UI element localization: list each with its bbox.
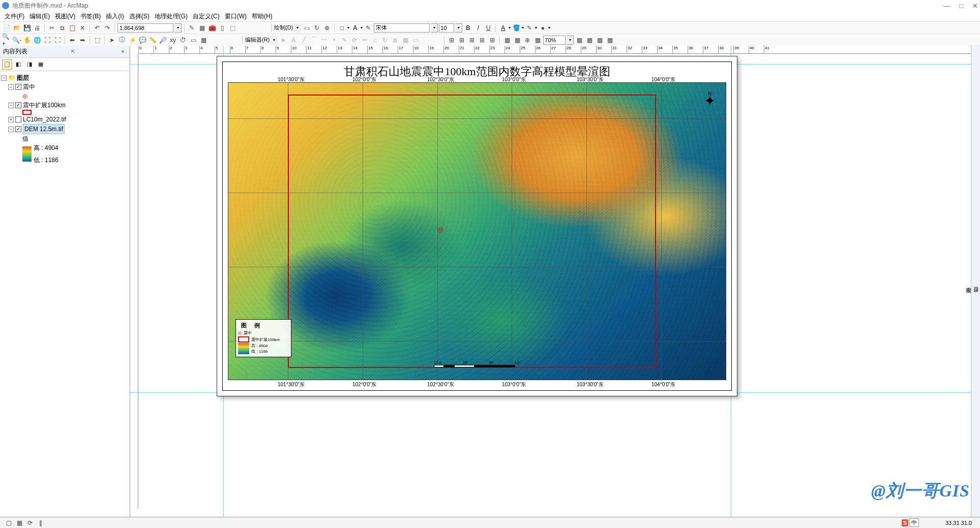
layer-symbol-epicenter[interactable]: ◎ bbox=[1, 91, 129, 101]
find-button[interactable]: 🔎 bbox=[158, 36, 167, 45]
reshape-tool[interactable]: ⟳ bbox=[350, 36, 359, 45]
north-arrow[interactable]: N ✦ bbox=[704, 90, 716, 105]
scale-bar[interactable]: 12.5 25 50 km bbox=[434, 360, 520, 369]
underline-button[interactable]: U bbox=[484, 23, 493, 33]
undo-button[interactable]: ↶ bbox=[93, 23, 102, 33]
hyperlink-button[interactable]: ⚡ bbox=[128, 36, 137, 45]
editor-menu-label[interactable]: 编辑器(R) bbox=[245, 36, 270, 44]
line-color-button[interactable]: ✎ bbox=[525, 23, 534, 33]
modelbuilder-icon[interactable]: ⬚ bbox=[228, 23, 237, 33]
zoom-out-button[interactable]: 🔍- bbox=[12, 36, 21, 45]
html-popup-button[interactable]: 💬 bbox=[138, 36, 147, 45]
italic-button[interactable]: I bbox=[473, 23, 483, 33]
time-slider-button[interactable]: ⏱ bbox=[179, 36, 188, 45]
expand-icon[interactable]: − bbox=[1, 75, 7, 81]
attributes-button[interactable]: ≣ bbox=[391, 36, 400, 45]
toc-pin[interactable]: ⇱ bbox=[71, 49, 75, 54]
font-size-input[interactable] bbox=[439, 23, 454, 33]
split-tool[interactable]: ⎌ bbox=[370, 36, 379, 45]
right-dock[interactable]: 目录 搜索 bbox=[971, 45, 980, 517]
scale-input[interactable] bbox=[117, 23, 173, 33]
redo-button[interactable]: ↷ bbox=[103, 23, 112, 33]
maximize-button[interactable]: □ bbox=[959, 2, 963, 10]
trace-tool[interactable]: 〰 bbox=[319, 36, 329, 45]
copy-button[interactable]: ⧉ bbox=[57, 23, 67, 33]
layer-row-dem[interactable]: − ✓ DEM 12.5m.tif bbox=[1, 124, 129, 134]
layout-zoom-in[interactable]: ▦ bbox=[502, 36, 512, 45]
pan-button[interactable]: ✋ bbox=[22, 36, 32, 45]
refresh-button[interactable]: ⟳ bbox=[25, 518, 35, 527]
layout-zoom-input[interactable] bbox=[543, 36, 566, 45]
layer-checkbox[interactable]: ✓ bbox=[15, 126, 21, 132]
save-button[interactable]: 💾 bbox=[22, 23, 32, 33]
editor-toolbar-icon[interactable]: ✎ bbox=[187, 23, 196, 33]
layer-symbol-extent[interactable] bbox=[1, 110, 129, 115]
map-body[interactable]: ◎ N ✦ 图 例 ◎震中 震中扩展100km 高 : 4904 bbox=[228, 82, 726, 380]
layer-row-epicenter[interactable]: − ✓ 震中 bbox=[1, 82, 129, 91]
layout-view-button[interactable]: ▦ bbox=[15, 518, 24, 527]
menu-select[interactable]: 选择(S) bbox=[128, 12, 151, 21]
font-color-button[interactable]: A bbox=[498, 23, 508, 33]
toc-root-row[interactable]: − 📁 图层 bbox=[1, 73, 129, 82]
layout-zoom-dropdown[interactable]: ▾ bbox=[567, 36, 574, 45]
toc-tab-selection[interactable]: ▦ bbox=[36, 59, 46, 70]
zoom-element-button[interactable]: ⊕ bbox=[322, 23, 332, 33]
layout-whole[interactable]: ▦ bbox=[533, 36, 542, 45]
menu-view[interactable]: 视图(V) bbox=[53, 12, 77, 21]
open-button[interactable]: 📂 bbox=[12, 23, 21, 33]
data-view-button[interactable]: ▢ bbox=[4, 518, 13, 527]
layer-row-lc10[interactable]: + LC10m_2022.tif bbox=[1, 115, 129, 124]
create-features[interactable]: ▭ bbox=[411, 36, 420, 45]
menu-file[interactable]: 文件(F) bbox=[3, 12, 26, 21]
layout-button[interactable]: ▦ bbox=[199, 36, 208, 45]
edit-vertices-button[interactable]: ✎ bbox=[364, 23, 373, 33]
font-dropdown[interactable]: ▾ bbox=[431, 23, 438, 33]
draw-dropdown-label[interactable]: 绘制(D) bbox=[274, 24, 293, 32]
toc-tab-visibility[interactable]: ◨ bbox=[24, 59, 35, 70]
expand-icon[interactable]: − bbox=[8, 84, 14, 90]
fixed-zoom-in-button[interactable]: ⛶ bbox=[43, 36, 52, 45]
expand-icon[interactable]: − bbox=[8, 127, 14, 132]
findxy-button[interactable]: xy bbox=[168, 36, 177, 45]
menu-bookmarks[interactable]: 书签(B) bbox=[79, 12, 102, 21]
identify-button[interactable]: ⓘ bbox=[117, 36, 127, 45]
layout-pan[interactable]: ⊕ bbox=[523, 36, 532, 45]
toc-close[interactable]: × bbox=[121, 48, 125, 55]
draw-dropdown-arrow[interactable]: ▾ bbox=[294, 23, 301, 33]
layout-zoom-out[interactable]: ▦ bbox=[513, 36, 522, 45]
select-elements-button[interactable]: ▭ bbox=[302, 23, 311, 33]
size-dropdown[interactable]: ▾ bbox=[455, 23, 462, 33]
zoom-in-button[interactable]: 🔍+ bbox=[2, 36, 11, 45]
rotate-tool[interactable]: ↻ bbox=[380, 36, 390, 45]
viewer-button[interactable]: ▭ bbox=[189, 36, 198, 45]
layout-page[interactable]: 甘肃积石山地震震中100km范围内数字高程模型晕渲图 101°30'0"东 10… bbox=[217, 56, 737, 396]
legend[interactable]: 图 例 ◎震中 震中扩展100km 高 : 4904 低 : 1186 bbox=[235, 319, 291, 357]
layer-checkbox[interactable]: ✓ bbox=[15, 84, 21, 90]
scale-dropdown[interactable]: ▾ bbox=[174, 23, 182, 33]
measure-button[interactable]: 📏 bbox=[148, 36, 157, 45]
minimize-button[interactable]: — bbox=[943, 2, 950, 10]
cut-button[interactable]: ✂ bbox=[47, 23, 56, 33]
layer-checkbox[interactable]: ✓ bbox=[15, 102, 21, 108]
sketch-props[interactable]: ▦ bbox=[401, 36, 410, 45]
point-tool[interactable]: • bbox=[330, 36, 339, 45]
catalog-icon[interactable]: ▦ bbox=[197, 23, 206, 33]
edit-vertices[interactable]: ✎ bbox=[340, 36, 349, 45]
georef-2[interactable]: ⊞ bbox=[457, 36, 466, 45]
text-draw-button[interactable]: A bbox=[350, 23, 360, 33]
pointer-button[interactable]: ➤ bbox=[107, 36, 116, 45]
georef-3[interactable]: ⊞ bbox=[467, 36, 477, 45]
layer-checkbox[interactable] bbox=[15, 116, 21, 122]
fixed-zoom-out-button[interactable]: ⛶ bbox=[53, 36, 62, 45]
menu-customize[interactable]: 自定义(C) bbox=[191, 12, 221, 21]
delete-button[interactable]: ✕ bbox=[78, 23, 87, 33]
pause-drawing-button[interactable]: ‖ bbox=[36, 518, 45, 527]
select-features-button[interactable]: ⬚ bbox=[93, 36, 102, 45]
expand-icon[interactable]: + bbox=[8, 117, 14, 122]
next-extent-button[interactable]: ➡ bbox=[78, 36, 87, 45]
close-button[interactable]: ✕ bbox=[972, 2, 978, 10]
layout-canvas[interactable]: 0123456789101112131415161718192021222324… bbox=[130, 46, 980, 517]
arc-segment[interactable]: ⌒ bbox=[309, 36, 318, 45]
toc-tab-drawing-order[interactable]: 📋 bbox=[2, 59, 12, 70]
georef-1[interactable]: ⊞ bbox=[447, 36, 456, 45]
